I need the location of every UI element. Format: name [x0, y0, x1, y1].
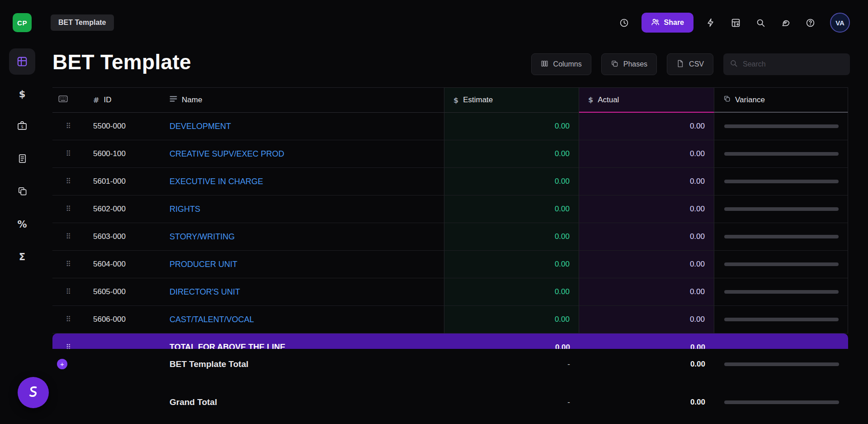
drag-handle-icon: [66, 205, 71, 213]
row-name-link[interactable]: CAST/TALENT/VOCAL: [170, 315, 254, 324]
row-name-cell[interactable]: STORY/WRITING: [160, 223, 444, 251]
search-input[interactable]: [743, 60, 844, 68]
row-actual-cell[interactable]: 0.00: [579, 140, 714, 168]
row-name-cell[interactable]: DEVELOPMENT: [160, 113, 444, 140]
breadcrumb[interactable]: BET Template: [51, 14, 114, 31]
chat-widget-button[interactable]: [18, 377, 49, 408]
csv-button[interactable]: CSV: [667, 53, 713, 75]
row-estimate-cell[interactable]: 0.00: [444, 168, 579, 195]
sidebar-item-percent[interactable]: %: [0, 208, 44, 241]
sidebar-item-fringes[interactable]: $: [0, 110, 44, 143]
row-name-link[interactable]: RIGHTS: [170, 205, 200, 214]
row-name-link[interactable]: DEVELOPMENT: [170, 122, 231, 131]
row-name-cell[interactable]: PRODUCER UNIT: [160, 251, 444, 278]
row-id-cell[interactable]: 5600-100: [84, 140, 160, 168]
row-name-link[interactable]: EXECUTIVE IN CHARGE: [170, 177, 263, 186]
table-row[interactable]: 5606-000 CAST/TALENT/VOCAL 0.00 0.00: [52, 306, 848, 333]
row-estimate-cell[interactable]: 0.00: [444, 278, 579, 306]
row-drag-handle[interactable]: [52, 168, 84, 195]
search-icon: [730, 59, 738, 69]
row-name-cell[interactable]: CAST/TALENT/VOCAL: [160, 306, 444, 333]
row-actual-cell[interactable]: 0.00: [579, 306, 714, 333]
row-estimate-cell[interactable]: 0.00: [444, 251, 579, 278]
row-name-link[interactable]: CREATIVE SUPV/EXEC PROD: [170, 149, 284, 159]
row-drag-handle[interactable]: [52, 306, 84, 333]
text-lines-icon: [170, 95, 177, 105]
row-actual-cell[interactable]: 0.00: [579, 168, 714, 195]
table-row[interactable]: 5601-000 EXECUTIVE IN CHARGE 0.00 0.00: [52, 168, 848, 195]
header-id[interactable]: # ID: [84, 88, 160, 113]
header-variance[interactable]: Variance: [714, 88, 848, 113]
row-variance-cell: [714, 278, 848, 306]
table-row[interactable]: 5605-000 DIRECTOR'S UNIT 0.00 0.00: [52, 278, 848, 306]
insert-widget-button[interactable]: [726, 13, 745, 32]
row-variance-cell: [714, 251, 848, 278]
sidebar-item-budget-table[interactable]: [0, 45, 44, 78]
row-id-cell[interactable]: 5500-000: [84, 113, 160, 140]
insert-widget-icon: [731, 18, 741, 28]
phases-button[interactable]: Phases: [601, 53, 657, 75]
row-drag-handle[interactable]: [52, 113, 84, 140]
row-name-link[interactable]: PRODUCER UNIT: [170, 260, 237, 269]
columns-button[interactable]: Columns: [531, 53, 591, 75]
row-actual-cell[interactable]: 0.00: [579, 195, 714, 223]
row-id-cell[interactable]: 5606-000: [84, 306, 160, 333]
header-name[interactable]: Name: [160, 88, 444, 113]
row-drag-handle[interactable]: [52, 140, 84, 168]
row-id-cell[interactable]: 5603-000: [84, 223, 160, 251]
sidebar-item-currency[interactable]: $: [0, 78, 44, 110]
row-actual-cell[interactable]: 0.00: [579, 223, 714, 251]
table-row[interactable]: 5600-100 CREATIVE SUPV/EXEC PROD 0.00 0.…: [52, 140, 848, 168]
table-row[interactable]: 5604-000 PRODUCER UNIT 0.00 0.00: [52, 251, 848, 278]
row-drag-handle[interactable]: [52, 278, 84, 306]
app-logo-text: CP: [17, 19, 27, 27]
row-actual-cell[interactable]: 0.00: [579, 113, 714, 140]
chat-logo-icon: [25, 384, 42, 402]
help-button[interactable]: [801, 13, 820, 32]
app-logo[interactable]: CP: [13, 13, 32, 32]
search-button[interactable]: [751, 13, 770, 32]
row-name-link[interactable]: STORY/WRITING: [170, 232, 235, 242]
row-drag-handle[interactable]: [52, 251, 84, 278]
row-estimate-cell[interactable]: 0.00: [444, 113, 579, 140]
row-name-cell[interactable]: DIRECTOR'S UNIT: [160, 278, 444, 306]
avatar[interactable]: VA: [830, 13, 850, 33]
table-row[interactable]: 5500-000 DEVELOPMENT 0.00 0.00: [52, 113, 848, 140]
automations-button[interactable]: [701, 13, 720, 32]
row-name-cell[interactable]: EXECUTIVE IN CHARGE: [160, 168, 444, 195]
row-actual-cell[interactable]: 0.00: [579, 278, 714, 306]
row-id-cell[interactable]: 5602-000: [84, 195, 160, 223]
table-row[interactable]: 5603-000 STORY/WRITING 0.00 0.00: [52, 223, 848, 251]
sidebar-item-totals[interactable]: Σ: [0, 241, 44, 273]
row-id-cell[interactable]: 5601-000: [84, 168, 160, 195]
table-body: 5500-000 DEVELOPMENT 0.00 0.00 5600-100 …: [52, 113, 848, 333]
row-drag-handle[interactable]: [52, 223, 84, 251]
row-estimate-cell[interactable]: 0.00: [444, 306, 579, 333]
row-id-cell[interactable]: 5605-000: [84, 278, 160, 306]
header-estimate[interactable]: $ Estimate: [444, 88, 579, 113]
row-id-cell[interactable]: 5604-000: [84, 251, 160, 278]
table-search[interactable]: [723, 53, 850, 75]
comments-button[interactable]: [776, 13, 795, 32]
history-button[interactable]: [615, 13, 634, 32]
sidebar-item-ledger[interactable]: [0, 143, 44, 176]
row-estimate-cell[interactable]: 0.00: [444, 140, 579, 168]
row-actual-cell[interactable]: 0.00: [579, 251, 714, 278]
row-name-link[interactable]: DIRECTOR'S UNIT: [170, 287, 240, 297]
table-row[interactable]: 5602-000 RIGHTS 0.00 0.00: [52, 195, 848, 223]
row-drag-handle[interactable]: [52, 195, 84, 223]
columns-icon: [541, 60, 548, 69]
row-name-cell[interactable]: RIGHTS: [160, 195, 444, 223]
row-estimate-cell[interactable]: 0.00: [444, 223, 579, 251]
topbar: CP BET Template Share: [0, 0, 868, 45]
footer-id-spacer: [84, 350, 160, 378]
sidebar-item-groups[interactable]: [0, 176, 44, 208]
row-estimate-cell[interactable]: 0.00: [444, 195, 579, 223]
header-actual[interactable]: $ Actual: [579, 88, 714, 113]
share-button[interactable]: Share: [642, 13, 693, 33]
svg-text:$: $: [21, 124, 24, 129]
row-variance-cell: [714, 140, 848, 168]
row-name-cell[interactable]: CREATIVE SUPV/EXEC PROD: [160, 140, 444, 168]
header-handle-cell[interactable]: [52, 88, 84, 113]
variance-placeholder-bar: [724, 152, 839, 156]
